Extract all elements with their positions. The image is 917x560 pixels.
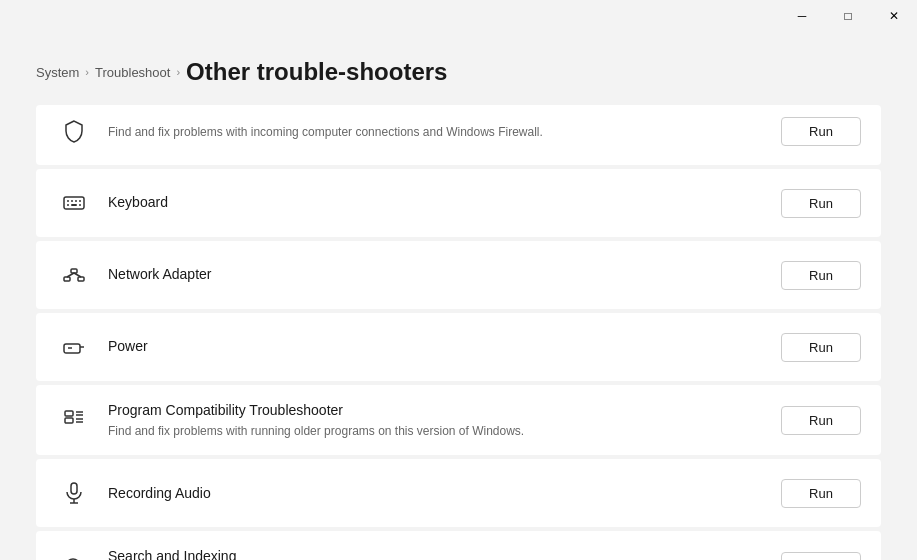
title-bar: ─ □ ✕ bbox=[779, 0, 917, 32]
power-title: Power bbox=[108, 337, 781, 357]
minimize-button[interactable]: ─ bbox=[779, 0, 825, 32]
chevron-icon-1: › bbox=[85, 66, 89, 78]
list-item: Program Compatibility Troubleshooter Fin… bbox=[36, 385, 881, 455]
svg-rect-9 bbox=[78, 277, 84, 281]
breadcrumb-troubleshoot[interactable]: Troubleshoot bbox=[95, 65, 170, 80]
program-compat-title: Program Compatibility Troubleshooter bbox=[108, 401, 781, 421]
list-item: Power Run bbox=[36, 313, 881, 381]
breadcrumb-system[interactable]: System bbox=[36, 65, 79, 80]
list-item: Network Adapter Run bbox=[36, 241, 881, 309]
firewall-run-button[interactable]: Run bbox=[781, 117, 861, 146]
list-item: Search and Indexing Find and fix problem… bbox=[36, 531, 881, 560]
power-run-button[interactable]: Run bbox=[781, 333, 861, 362]
content-area: Find and fix problems with incoming comp… bbox=[0, 105, 917, 560]
recording-audio-title: Recording Audio bbox=[108, 484, 781, 504]
list-item: Find and fix problems with incoming comp… bbox=[36, 105, 881, 165]
svg-rect-16 bbox=[65, 411, 73, 416]
list-item: Keyboard Run bbox=[36, 169, 881, 237]
recording-audio-run-button[interactable]: Run bbox=[781, 479, 861, 508]
network-adapter-title: Network Adapter bbox=[108, 265, 781, 285]
network-adapter-run-button[interactable]: Run bbox=[781, 261, 861, 290]
svg-rect-0 bbox=[64, 197, 84, 209]
firewall-text: Find and fix problems with incoming comp… bbox=[108, 122, 781, 141]
firewall-desc: Find and fix problems with incoming comp… bbox=[108, 124, 781, 141]
breadcrumb: System › Troubleshoot › Other trouble-sh… bbox=[36, 58, 447, 86]
svg-rect-17 bbox=[65, 418, 73, 423]
keyboard-icon bbox=[56, 185, 92, 221]
recording-audio-icon bbox=[56, 475, 92, 511]
program-compat-run-button[interactable]: Run bbox=[781, 406, 861, 435]
search-indexing-icon bbox=[56, 549, 92, 560]
keyboard-title: Keyboard bbox=[108, 193, 781, 213]
firewall-icon bbox=[56, 113, 92, 149]
power-text: Power bbox=[108, 337, 781, 357]
search-indexing-text: Search and Indexing Find and fix problem… bbox=[108, 547, 781, 560]
svg-line-12 bbox=[74, 273, 81, 277]
svg-line-11 bbox=[67, 273, 74, 277]
chevron-icon-2: › bbox=[176, 66, 180, 78]
search-indexing-run-button[interactable]: Run bbox=[781, 552, 861, 560]
search-indexing-title: Search and Indexing bbox=[108, 547, 781, 560]
keyboard-run-button[interactable]: Run bbox=[781, 189, 861, 218]
program-compat-desc: Find and fix problems with running older… bbox=[108, 423, 781, 440]
svg-rect-22 bbox=[71, 483, 77, 494]
maximize-button[interactable]: □ bbox=[825, 0, 871, 32]
close-button[interactable]: ✕ bbox=[871, 0, 917, 32]
power-icon bbox=[56, 329, 92, 365]
list-item: Recording Audio Run bbox=[36, 459, 881, 527]
svg-rect-8 bbox=[64, 277, 70, 281]
recording-audio-text: Recording Audio bbox=[108, 484, 781, 504]
program-compat-text: Program Compatibility Troubleshooter Fin… bbox=[108, 401, 781, 439]
keyboard-text: Keyboard bbox=[108, 193, 781, 213]
network-adapter-text: Network Adapter bbox=[108, 265, 781, 285]
svg-rect-10 bbox=[71, 269, 77, 273]
program-compat-icon bbox=[56, 402, 92, 438]
page-title: Other trouble-shooters bbox=[186, 58, 447, 86]
network-adapter-icon bbox=[56, 257, 92, 293]
